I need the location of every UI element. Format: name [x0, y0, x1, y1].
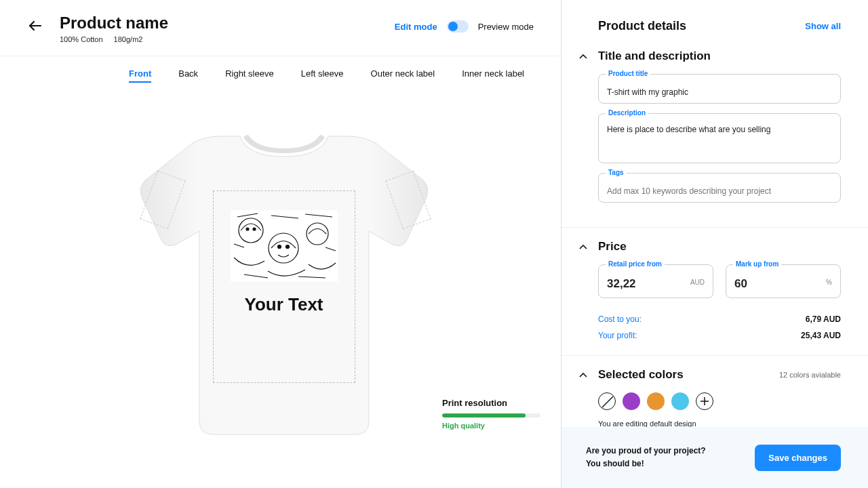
material-label: 100% Cotton: [60, 35, 103, 43]
resolution-indicator: Print resolution High quality: [442, 398, 540, 430]
description-field[interactable]: Description: [598, 113, 841, 163]
section-heading: Title and description: [598, 49, 841, 63]
user-graphic[interactable]: [231, 210, 338, 282]
tab-left-sleeve[interactable]: Left sleeve: [301, 68, 344, 83]
add-color-icon[interactable]: [696, 392, 713, 410]
chevron-up-icon[interactable]: [579, 50, 587, 62]
tags-label: Tags: [606, 169, 627, 176]
retail-price-field[interactable]: Retail price from AUD: [598, 264, 713, 298]
tab-outer-neck[interactable]: Outer neck label: [371, 68, 435, 83]
colors-available: 12 colors avialable: [779, 371, 841, 379]
markup-unit: %: [826, 279, 832, 286]
tab-back[interactable]: Back: [178, 68, 198, 83]
svg-rect-1: [231, 210, 338, 282]
section-title-description: Title and description Product title Desc…: [561, 49, 868, 228]
markup-input[interactable]: [734, 277, 832, 291]
details-scroll[interactable]: Title and description Product title Desc…: [561, 49, 868, 488]
tab-right-sleeve[interactable]: Right sleeve: [225, 68, 274, 83]
save-button[interactable]: Save changes: [755, 445, 841, 471]
color-swatches: [598, 392, 841, 410]
section-heading: Price: [598, 240, 841, 253]
back-arrow-icon[interactable]: [27, 18, 43, 37]
header: Product name 100% Cotton 180g/m2 Edit mo…: [0, 0, 561, 56]
design-canvas[interactable]: Your Text Print resolution High quality: [0, 83, 561, 488]
color-swatch-white[interactable]: [598, 392, 616, 410]
tshirt-mockup: Your Text: [125, 123, 437, 448]
cost-label: Cost to you:: [598, 314, 642, 324]
show-all-link[interactable]: Show all: [805, 21, 841, 31]
header-title-block: Product name 100% Cotton 180g/m2: [60, 14, 378, 43]
save-footer: Are you proud of your project? You shoul…: [561, 427, 868, 488]
color-swatch-orange[interactable]: [647, 392, 665, 410]
product-title-input[interactable]: [607, 87, 832, 97]
svg-point-4: [253, 228, 256, 230]
svg-point-7: [285, 245, 289, 249]
footer-line2: You should be!: [586, 458, 706, 470]
product-title-label: Product title: [606, 70, 650, 77]
chevron-up-icon[interactable]: [579, 369, 587, 381]
resolution-bar: [442, 413, 540, 418]
markup-field[interactable]: Mark up from %: [726, 264, 841, 298]
resolution-quality: High quality: [442, 422, 540, 430]
cost-value: 6,79 AUD: [806, 314, 841, 324]
tags-input[interactable]: [607, 186, 832, 196]
svg-line-9: [602, 396, 613, 407]
svg-point-6: [277, 245, 281, 249]
details-pane: Product details Show all Title and descr…: [561, 0, 868, 488]
edit-mode-label[interactable]: Edit mode: [395, 22, 437, 32]
tags-field[interactable]: Tags: [598, 173, 841, 203]
resolution-label: Print resolution: [442, 398, 540, 408]
description-label: Description: [606, 109, 648, 117]
mode-toggle[interactable]: [447, 20, 469, 33]
product-title-field[interactable]: Product title: [598, 74, 841, 104]
color-swatch-purple[interactable]: [623, 392, 640, 410]
footer-line1: Are you proud of your project?: [586, 445, 706, 458]
weight-label: 180g/m2: [114, 35, 143, 43]
svg-point-3: [246, 228, 249, 230]
details-header: Product details Show all: [561, 0, 868, 49]
tab-inner-neck[interactable]: Inner neck label: [462, 68, 524, 83]
design-text[interactable]: Your Text: [244, 294, 323, 315]
footer-message: Are you proud of your project? You shoul…: [586, 445, 706, 470]
mode-switch: Edit mode Preview mode: [395, 20, 534, 33]
markup-label: Mark up from: [733, 260, 781, 268]
color-swatch-blue[interactable]: [671, 392, 689, 410]
section-heading: Selected colors: [598, 368, 768, 382]
retail-unit: AUD: [690, 279, 705, 286]
details-title: Product details: [598, 19, 686, 33]
print-area-tabs: Front Back Right sleeve Left sleeve Oute…: [0, 56, 561, 83]
profit-value: 25,43 AUD: [801, 331, 841, 340]
chevron-up-icon[interactable]: [579, 241, 587, 253]
profit-label: Your profit:: [598, 331, 637, 340]
section-price: Price Retail price from AUD Mark up from…: [561, 240, 868, 356]
description-input[interactable]: [607, 125, 832, 155]
retail-price-label: Retail price from: [606, 260, 665, 268]
preview-mode-label[interactable]: Preview mode: [478, 22, 534, 32]
front-print-zone[interactable]: Your Text: [213, 190, 355, 383]
editor-pane: Product name 100% Cotton 180g/m2 Edit mo…: [0, 0, 561, 488]
tab-front[interactable]: Front: [129, 68, 151, 83]
product-name: Product name: [60, 14, 378, 33]
